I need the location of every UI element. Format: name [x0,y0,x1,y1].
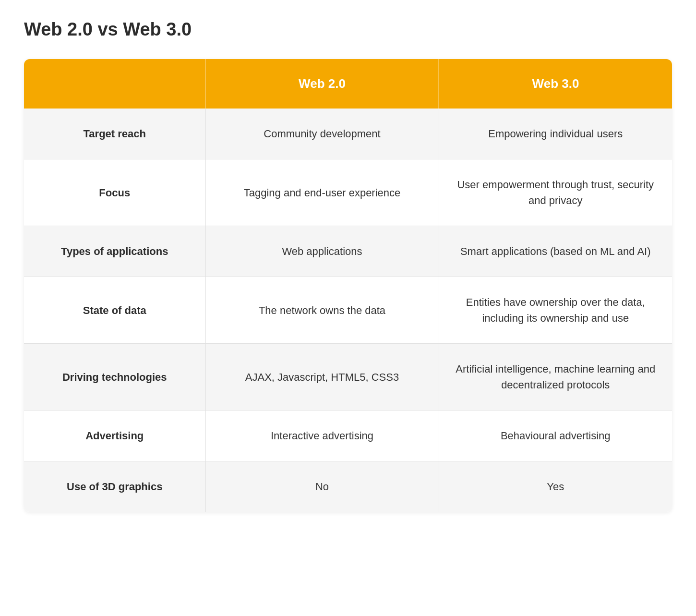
row-web3: Smart applications (based on ML and AI) [439,226,672,277]
row-web3: Behavioural advertising [439,411,672,461]
row-web2: Community development [205,109,439,159]
table-row: AdvertisingInteractive advertisingBehavi… [24,411,672,461]
row-label: Driving technologies [24,344,205,411]
row-web3: User empowerment through trust, security… [439,159,672,226]
table-row: Driving technologiesAJAX, Javascript, HT… [24,344,672,411]
row-web2: Tagging and end-user experience [205,159,439,226]
page-title: Web 2.0 vs Web 3.0 [24,19,672,40]
row-label: Types of applications [24,226,205,277]
row-web2: The network owns the data [205,277,439,344]
row-web3: Artificial intelligence, machine learnin… [439,344,672,411]
table-row: State of dataThe network owns the dataEn… [24,277,672,344]
header-col2: Web 2.0 [205,59,439,109]
table-row: Types of applicationsWeb applicationsSma… [24,226,672,277]
row-web3: Empowering individual users [439,109,672,159]
row-label: Focus [24,159,205,226]
row-web2: AJAX, Javascript, HTML5, CSS3 [205,344,439,411]
header-col3: Web 3.0 [439,59,672,109]
table-row: Use of 3D graphicsNoYes [24,461,672,512]
table-row: FocusTagging and end-user experienceUser… [24,159,672,226]
row-web2: Interactive advertising [205,411,439,461]
row-web3: Entities have ownership over the data, i… [439,277,672,344]
header-col1 [24,59,205,109]
row-web3: Yes [439,461,672,512]
row-label: Target reach [24,109,205,159]
row-label: Use of 3D graphics [24,461,205,512]
row-label: State of data [24,277,205,344]
row-label: Advertising [24,411,205,461]
row-web2: No [205,461,439,512]
comparison-table: Web 2.0 Web 3.0 Target reachCommunity de… [24,59,672,512]
table-row: Target reachCommunity developmentEmpower… [24,109,672,159]
row-web2: Web applications [205,226,439,277]
